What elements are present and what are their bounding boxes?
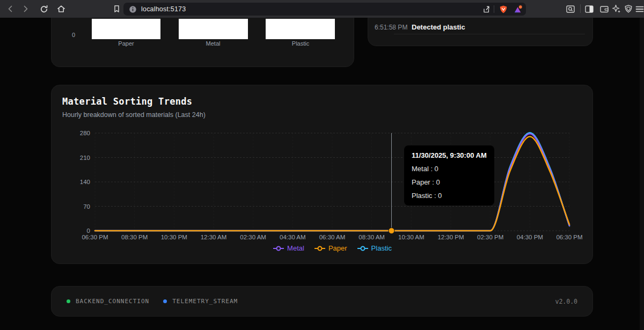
status-backend: BACKEND_CONNECTION bbox=[67, 298, 149, 305]
search-in-page-icon[interactable] bbox=[565, 4, 575, 14]
bookmark-icon[interactable] bbox=[112, 4, 122, 14]
svg-text:280: 280 bbox=[80, 130, 90, 136]
material-sorting-trends-card: Material Sorting Trends Hourly breakdown… bbox=[51, 85, 593, 264]
vpn-shield-icon[interactable] bbox=[623, 4, 633, 14]
svg-text:06:30 PM: 06:30 PM bbox=[82, 234, 108, 240]
legend-item-paper[interactable]: Paper bbox=[314, 244, 347, 252]
status-label: BACKEND_CONNECTION bbox=[76, 298, 149, 305]
legend-label: Plastic bbox=[371, 244, 392, 252]
tooltip-row-metal: Metal : 0 bbox=[412, 165, 487, 173]
axis-labels: 07014021028006:30 PM08:30 PM10:30 PM12:3… bbox=[80, 130, 583, 240]
wallet-icon[interactable] bbox=[599, 4, 609, 14]
svg-text:12:30 PM: 12:30 PM bbox=[437, 234, 464, 240]
site-info-icon[interactable] bbox=[129, 5, 137, 13]
trends-line-chart[interactable]: 07014021028006:30 PM08:30 PM10:30 PM12:3… bbox=[52, 126, 594, 244]
status-dot-blue bbox=[163, 299, 167, 303]
svg-text:10:30 PM: 10:30 PM bbox=[161, 234, 187, 240]
home-icon[interactable] bbox=[56, 4, 66, 14]
svg-text:12:30 AM: 12:30 AM bbox=[201, 234, 227, 240]
legend-label: Paper bbox=[328, 244, 347, 252]
hover-active-dot bbox=[389, 228, 394, 234]
svg-text:04:30 PM: 04:30 PM bbox=[517, 234, 543, 240]
chart-legend: MetalPaperPlastic bbox=[95, 244, 569, 252]
bar-label-paper: Paper bbox=[118, 40, 134, 47]
divider bbox=[494, 5, 494, 13]
back-icon[interactable] bbox=[5, 4, 16, 14]
version-text: v2.0.0 bbox=[555, 298, 577, 305]
legend-item-plastic[interactable]: Plastic bbox=[357, 244, 392, 252]
sidebar-icon[interactable] bbox=[584, 4, 594, 14]
svg-text:06:30 AM: 06:30 AM bbox=[319, 234, 346, 240]
chart-subtitle: Hourly breakdown of sorted materials (La… bbox=[62, 111, 206, 119]
svg-text:04:30 AM: 04:30 AM bbox=[280, 234, 306, 240]
bar-metal[interactable] bbox=[179, 19, 248, 39]
svg-text:140: 140 bbox=[80, 179, 90, 185]
legend-marker-icon bbox=[273, 245, 284, 252]
forward-icon[interactable] bbox=[20, 4, 31, 14]
svg-text:06:30 PM: 06:30 PM bbox=[556, 234, 582, 240]
log-message: Detected plastic bbox=[412, 23, 465, 31]
legend-marker-icon bbox=[357, 245, 369, 252]
scrollbar[interactable] bbox=[640, 18, 644, 330]
share-icon[interactable] bbox=[481, 4, 491, 14]
chart-tooltip: 11/30/2025, 9:30:00 AM Metal : 0 Paper :… bbox=[404, 145, 494, 206]
bar-label-metal: Metal bbox=[206, 40, 221, 47]
sorted-counts-card: 0 Paper Metal Plastic bbox=[51, 10, 354, 67]
leo-ai-icon[interactable] bbox=[611, 4, 621, 14]
legend-marker-icon bbox=[314, 245, 326, 252]
bar-label-plastic: Plastic bbox=[292, 40, 309, 47]
bar-plastic[interactable] bbox=[266, 19, 335, 39]
menu-icon[interactable] bbox=[634, 4, 644, 14]
bar-paper[interactable] bbox=[92, 19, 160, 39]
svg-text:10:30 AM: 10:30 AM bbox=[398, 234, 425, 240]
tooltip-timestamp: 11/30/2025, 9:30:00 AM bbox=[412, 151, 487, 159]
svg-text:02:30 AM: 02:30 AM bbox=[240, 234, 266, 240]
status-footer-card: BACKEND_CONNECTION TELEMETRY_STREAM v2.0… bbox=[51, 286, 593, 317]
brave-shields-icon[interactable] bbox=[498, 4, 508, 14]
svg-text:210: 210 bbox=[80, 155, 90, 161]
svg-text:08:30 AM: 08:30 AM bbox=[358, 234, 385, 240]
divider bbox=[580, 4, 581, 13]
brave-rewards-icon[interactable] bbox=[513, 4, 523, 14]
log-timestamp: 6:51:58 PM bbox=[375, 24, 409, 31]
legend-item-metal[interactable]: Metal bbox=[273, 244, 304, 252]
chart-title: Material Sorting Trends bbox=[62, 96, 192, 107]
svg-text:02:30 PM: 02:30 PM bbox=[477, 234, 503, 240]
bar-chart-y-tick: 0 bbox=[63, 32, 75, 38]
legend-label: Metal bbox=[287, 244, 304, 252]
url-bar[interactable]: localhost:5173 bbox=[123, 3, 526, 16]
browser-toolbar: localhost:5173 bbox=[0, 0, 644, 18]
status-telemetry: TELEMETRY_STREAM bbox=[163, 298, 238, 305]
divider bbox=[394, 34, 585, 34]
url-text[interactable]: localhost:5173 bbox=[141, 5, 186, 13]
status-dot-green bbox=[67, 299, 70, 303]
status-label: TELEMETRY_STREAM bbox=[172, 298, 238, 305]
tooltip-row-paper: Paper : 0 bbox=[412, 178, 487, 186]
svg-text:08:30 PM: 08:30 PM bbox=[121, 234, 148, 240]
svg-text:70: 70 bbox=[83, 203, 90, 210]
tooltip-row-plastic: Plastic : 0 bbox=[412, 192, 487, 200]
svg-text:0: 0 bbox=[87, 228, 90, 234]
reload-icon[interactable] bbox=[39, 4, 49, 14]
log-entry[interactable]: 6:51:58 PM Detected plastic bbox=[375, 23, 465, 31]
